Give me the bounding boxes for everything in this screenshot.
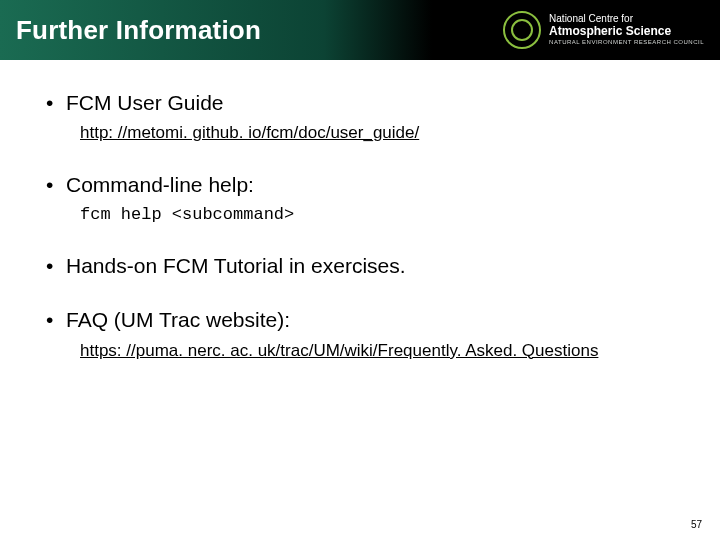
bullet-link[interactable]: http: //metomi. github. io/fcm/doc/user_… [80,122,680,143]
bullet-text: Command-line help: [66,173,254,196]
bullet-text: FCM User Guide [66,91,224,114]
ncas-logo-icon [503,11,541,49]
bullet-list: FCM User Guide http: //metomi. github. i… [40,90,680,361]
slide-content: FCM User Guide http: //metomi. github. i… [0,60,720,361]
brand-line-3: NATURAL ENVIRONMENT RESEARCH COUNCIL [549,39,704,45]
page-number: 57 [691,519,702,530]
slide-title: Further Information [16,15,261,46]
brand-line-2: Atmospheric Science [549,25,704,38]
brand-block: National Centre for Atmospheric Science … [503,11,704,49]
list-item: FCM User Guide http: //metomi. github. i… [40,90,680,144]
bullet-text: Hands-on FCM Tutorial in exercises. [66,254,406,277]
slide-header: Further Information National Centre for … [0,0,720,60]
bullet-link[interactable]: https: //puma. nerc. ac. uk/trac/UM/wiki… [80,340,680,361]
list-item: Hands-on FCM Tutorial in exercises. [40,253,680,279]
bullet-text: FAQ (UM Trac website): [66,308,290,331]
list-item: Command-line help: fcm help <subcommand> [40,172,680,226]
list-item: FAQ (UM Trac website): https: //puma. ne… [40,307,680,361]
bullet-code: fcm help <subcommand> [80,204,680,225]
ncas-logo-inner-icon [511,19,533,41]
brand-text: National Centre for Atmospheric Science … [549,14,704,45]
